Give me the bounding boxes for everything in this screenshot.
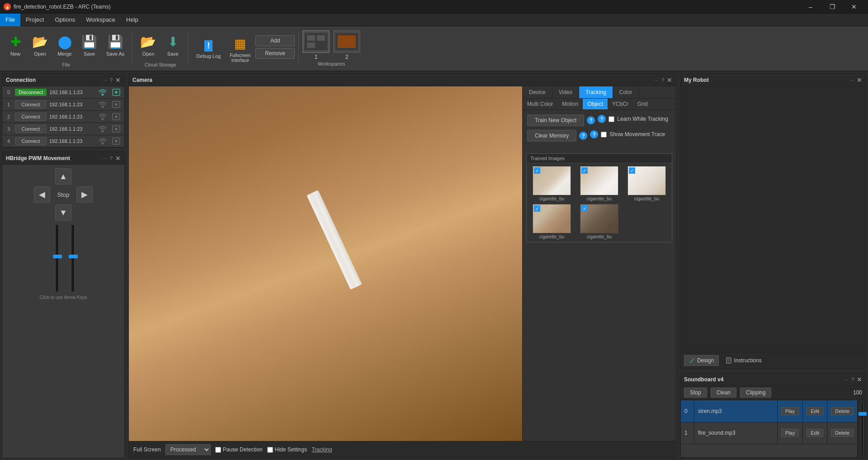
trained-images-header: Trained Images <box>527 154 672 163</box>
trained-thumb-0[interactable]: ✓ <box>533 166 571 195</box>
menu-options[interactable]: Options <box>49 14 80 26</box>
trained-thumb-3[interactable]: ✓ <box>533 204 571 233</box>
soundboard-close-icon[interactable]: ✕ <box>857 376 862 383</box>
restore-button[interactable]: ❐ <box>822 0 843 14</box>
sb-play-0[interactable]: Play <box>781 407 799 415</box>
hide-settings-checkbox[interactable] <box>267 447 273 453</box>
debug-log-button[interactable]: ! Debug Log <box>192 33 225 65</box>
connect-button-3[interactable]: Connect <box>15 125 47 133</box>
cam-tab-color[interactable]: Color <box>613 86 639 98</box>
workspace-2-thumb[interactable] <box>333 30 360 53</box>
cloud-open-button[interactable]: 📂 Open <box>136 29 160 61</box>
connect-button-2[interactable]: Connect <box>15 113 47 121</box>
pause-detection-checkbox[interactable] <box>215 447 221 453</box>
trained-thumb-4[interactable]: ✓ <box>580 204 618 233</box>
svg-point-11 <box>115 103 118 106</box>
hbridge-help-icon[interactable]: ? <box>110 156 113 161</box>
conn-ip-0: 192.168.1.1:23 <box>49 90 94 95</box>
learn-help-icon[interactable]: ? <box>598 115 606 123</box>
menu-bar: File Project Options Workspace Help <box>0 14 868 26</box>
hbridge-close-icon[interactable]: ✕ <box>115 155 121 162</box>
add-button[interactable]: Add <box>255 35 295 46</box>
sb-edit-1[interactable]: Edit <box>807 429 823 437</box>
connect-button-4[interactable]: Connect <box>15 137 47 145</box>
remove-button[interactable]: Remove <box>255 48 295 59</box>
movement-help-icon[interactable]: ? <box>590 130 598 138</box>
soundboard-stop-button[interactable]: Stop <box>684 388 707 398</box>
soundboard-help-icon[interactable]: ? <box>851 377 854 382</box>
move-left-button[interactable]: ◀ <box>34 186 50 203</box>
save-as-button[interactable]: 💾 Save As <box>102 29 128 61</box>
save-button[interactable]: 💾 Save <box>77 29 101 61</box>
minimize-button[interactable]: – <box>800 0 821 14</box>
design-button[interactable]: Design <box>684 355 719 366</box>
volume-value: 100 <box>853 389 862 396</box>
robot-more-icon[interactable]: ··· <box>850 77 854 83</box>
soundboard-clipping-button[interactable]: Clipping <box>740 388 771 398</box>
train-new-object-button[interactable]: Train New Object <box>527 114 584 126</box>
my-robot-title: My Robot <box>684 77 709 83</box>
connect-button-1[interactable]: Connect <box>15 100 47 109</box>
sb-delete-1[interactable]: Delete <box>831 429 854 437</box>
open-button[interactable]: 📂 Open <box>28 29 52 61</box>
move-up-button[interactable]: ▲ <box>55 168 71 185</box>
sb-edit-0[interactable]: Edit <box>807 407 823 415</box>
cam-subtabs: Multi Color Motion Object YCbCr Grid <box>523 99 676 110</box>
fullscreen-link[interactable]: Full Screen <box>133 446 161 453</box>
trained-thumb-1[interactable]: ✓ <box>580 166 618 195</box>
menu-workspace[interactable]: Workspace <box>80 14 121 26</box>
right-slider-thumb[interactable] <box>69 255 78 258</box>
soundboard-toolbar: Stop Clean Clipping 100 <box>680 386 866 400</box>
workspace-1-thumb[interactable] <box>302 30 330 53</box>
volume-thumb[interactable] <box>859 412 867 416</box>
disconnect-button-0[interactable]: Disconnect <box>15 89 47 96</box>
conn-num-3: 3 <box>5 126 12 132</box>
camera-help-icon[interactable]: ? <box>661 77 664 83</box>
menu-file[interactable]: File <box>0 14 20 26</box>
soundboard-more-icon[interactable]: ··· <box>844 377 849 382</box>
connection-help-icon[interactable]: ? <box>110 77 113 83</box>
left-slider-thumb[interactable] <box>53 255 62 258</box>
fullscreen-button[interactable]: ▦ FullscreenInterface <box>226 33 255 65</box>
view-select[interactable]: Processed Raw Overlay <box>165 444 211 455</box>
move-down-button[interactable]: ▼ <box>55 204 71 221</box>
show-movement-trace-checkbox[interactable] <box>601 132 607 138</box>
trained-thumb-2[interactable]: ✓ <box>627 166 666 195</box>
cam-subtab-ycbcr[interactable]: YCbCr <box>608 99 633 109</box>
cloud-save-button[interactable]: ⬇ Save <box>161 29 184 61</box>
cam-tab-tracking[interactable]: Tracking <box>579 86 613 98</box>
camera-more-icon[interactable]: ··· <box>655 77 659 83</box>
hbridge-more-icon[interactable]: ··· <box>103 156 107 161</box>
cam-subtab-multicolor[interactable]: Multi Color <box>523 99 557 109</box>
conn-row-4: 4 Connect 192.168.1.1:23 <box>2 135 124 147</box>
soundboard-clean-button[interactable]: Clean <box>711 388 736 398</box>
cam-tab-device[interactable]: Device <box>523 86 552 98</box>
cam-subtab-grid[interactable]: Grid <box>633 99 652 109</box>
connection-more-icon[interactable]: ··· <box>103 77 107 83</box>
robot-close-icon[interactable]: ✕ <box>857 76 862 84</box>
close-button[interactable]: ✕ <box>844 0 864 14</box>
sb-play-1[interactable]: Play <box>781 429 799 437</box>
tracking-link[interactable]: Tracking <box>311 446 332 453</box>
move-right-button[interactable]: ▶ <box>76 186 93 203</box>
cam-subtab-motion[interactable]: Motion <box>557 99 583 109</box>
volume-slider-container <box>858 400 866 458</box>
clear-memory-button[interactable]: Clear Memory <box>527 130 576 142</box>
menu-project[interactable]: Project <box>20 14 49 26</box>
trained-item-2: ✓ cigarette_bu <box>624 166 669 201</box>
cam-object-section: Train New Object ? ? Learn While Trackin… <box>523 110 676 150</box>
learn-while-tracking-checkbox[interactable] <box>609 116 614 122</box>
new-button[interactable]: ✚ New <box>4 29 27 61</box>
svg-point-18 <box>102 142 104 145</box>
camera-close-icon[interactable]: ✕ <box>667 76 672 84</box>
instructions-button[interactable]: Instructions <box>721 355 766 366</box>
sb-delete-0[interactable]: Delete <box>831 407 854 415</box>
cam-tab-video[interactable]: Video <box>552 86 579 98</box>
cam-subtab-object[interactable]: Object <box>583 99 608 109</box>
menu-help[interactable]: Help <box>121 14 144 26</box>
trained-item-4: ✓ cigarette_bu <box>577 204 622 239</box>
train-help-icon[interactable]: ? <box>587 116 595 124</box>
clear-help-icon[interactable]: ? <box>579 132 587 140</box>
merge-button[interactable]: ⬤ Merge <box>53 29 76 61</box>
connection-close-icon[interactable]: ✕ <box>115 76 121 84</box>
